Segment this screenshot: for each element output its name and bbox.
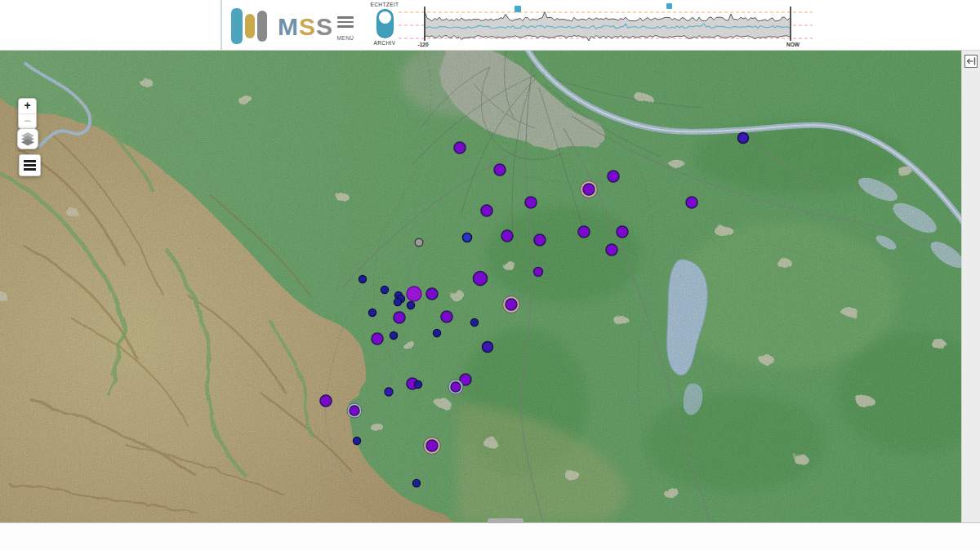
station-marker[interactable] <box>474 272 488 286</box>
station-marker[interactable] <box>581 181 598 198</box>
map-container[interactable]: + − <box>0 51 980 522</box>
legend-button[interactable] <box>19 154 41 176</box>
station-marker[interactable] <box>353 437 360 444</box>
event-marker[interactable] <box>666 3 672 9</box>
station-marker[interactable] <box>606 244 617 256</box>
station-marker[interactable] <box>424 438 441 455</box>
station-marker[interactable] <box>415 238 423 247</box>
zoom-control: + − <box>18 98 37 129</box>
station-marker[interactable] <box>525 197 537 208</box>
station-marker[interactable] <box>407 287 421 301</box>
station-marker[interactable] <box>381 286 388 293</box>
station-marker[interactable] <box>481 205 492 216</box>
station-marker[interactable] <box>412 479 420 487</box>
station-marker[interactable] <box>426 288 438 300</box>
station-marker[interactable] <box>463 233 472 242</box>
station-marker[interactable] <box>494 164 506 176</box>
timeline-start-label: -120 <box>417 42 428 47</box>
station-marker[interactable] <box>390 331 397 339</box>
station-marker[interactable] <box>320 395 332 407</box>
bottom-scrollbar-thumb[interactable] <box>488 518 523 523</box>
seismogram-timeline[interactable]: -120NOW <box>0 0 980 51</box>
side-panel-strip[interactable] <box>961 51 980 522</box>
station-marker[interactable] <box>433 329 440 336</box>
station-marker[interactable] <box>394 312 405 323</box>
station-marker[interactable] <box>385 388 393 396</box>
header-bar: MSS MENÜ ECHTZEIT ARCHIV -120NOW <box>0 0 980 51</box>
station-marker[interactable] <box>738 133 749 144</box>
layers-button[interactable] <box>17 128 38 149</box>
station-marker[interactable] <box>347 403 362 418</box>
stations-layer <box>0 51 980 522</box>
timeline-now-label: NOW <box>786 42 800 47</box>
station-marker[interactable] <box>483 342 493 353</box>
collapse-panel-icon[interactable] <box>964 55 978 68</box>
station-marker[interactable] <box>414 380 421 388</box>
zoom-out-button[interactable]: − <box>19 113 36 128</box>
station-marker[interactable] <box>359 275 366 282</box>
bottom-bar <box>0 522 980 551</box>
station-marker[interactable] <box>686 197 697 208</box>
station-marker[interactable] <box>368 309 376 316</box>
layers-icon <box>20 131 36 147</box>
list-icon <box>24 159 36 171</box>
station-marker[interactable] <box>617 226 628 238</box>
station-marker[interactable] <box>394 298 401 305</box>
station-marker[interactable] <box>503 296 520 313</box>
mss-app: MSS MENÜ ECHTZEIT ARCHIV -120NOW <box>0 0 980 551</box>
station-marker[interactable] <box>534 234 546 246</box>
station-marker[interactable] <box>470 318 478 326</box>
station-marker[interactable] <box>454 142 466 153</box>
station-marker[interactable] <box>608 171 619 182</box>
station-marker[interactable] <box>534 268 543 277</box>
station-marker[interactable] <box>441 311 452 322</box>
station-marker[interactable] <box>407 301 414 309</box>
station-marker[interactable] <box>372 333 383 344</box>
event-marker[interactable] <box>514 6 521 12</box>
zoom-in-button[interactable]: + <box>19 99 36 113</box>
station-marker[interactable] <box>578 226 590 238</box>
station-marker[interactable] <box>448 380 463 394</box>
station-marker[interactable] <box>501 230 513 242</box>
